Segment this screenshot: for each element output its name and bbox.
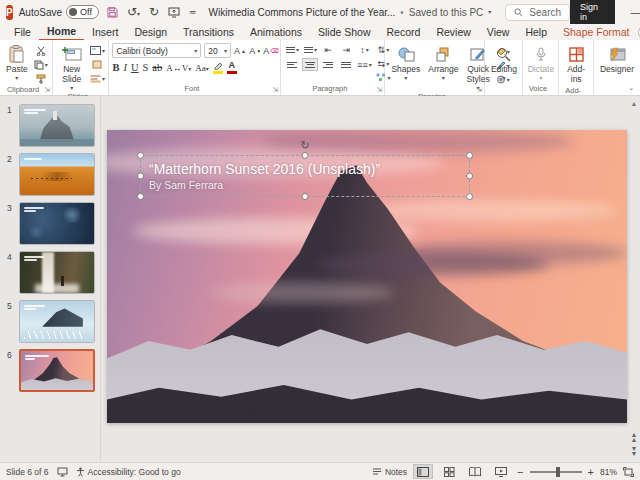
tab-file[interactable]: File	[6, 25, 39, 40]
editing-button[interactable]: Editing ▾	[488, 43, 520, 82]
underline-button[interactable]: U	[131, 62, 139, 73]
minimize-button[interactable]: —	[625, 2, 640, 22]
copy-button[interactable]: ▾	[33, 58, 49, 71]
strikethrough-button[interactable]: ab	[152, 62, 162, 73]
thumbnail-slide-2[interactable]: 2	[0, 150, 100, 199]
decrease-indent-button[interactable]: ⇤	[320, 43, 336, 56]
slide-canvas[interactable]: ↻ “Matterhorn Sunset 2016 (Unsplash)” By…	[107, 130, 627, 423]
tab-record[interactable]: Record	[379, 25, 429, 40]
slide-title-text[interactable]: “Matterhorn Sunset 2016 (Unsplash)”	[149, 161, 380, 177]
resize-handle-top-left[interactable]	[137, 152, 144, 159]
tab-help[interactable]: Help	[517, 25, 555, 40]
font-name-select[interactable]: Calibri (Body)▾	[112, 43, 201, 58]
zoom-slider[interactable]	[530, 471, 582, 473]
addins-button[interactable]: Add-ins	[562, 43, 590, 86]
previous-slide-button[interactable]: ▲▲	[631, 432, 638, 442]
font-size-select[interactable]: 20▾	[204, 43, 231, 58]
thumbnail-slide-5[interactable]: 5	[0, 297, 100, 346]
shapes-button[interactable]: Shapes ▾	[388, 43, 423, 82]
cut-button[interactable]	[33, 44, 49, 57]
italic-button[interactable]: I	[123, 62, 127, 73]
section-button[interactable]: ▾	[89, 72, 105, 85]
undo-icon[interactable]: ↺▾	[127, 6, 140, 18]
layout-button[interactable]: ▾	[89, 44, 105, 57]
text-shadow-button[interactable]: S	[143, 62, 149, 73]
slide-show-button[interactable]	[491, 464, 511, 479]
tab-shape-format[interactable]: Shape Format	[555, 25, 638, 40]
tab-transitions[interactable]: Transitions	[175, 25, 242, 40]
resize-handle-mid-right[interactable]	[466, 173, 473, 180]
resize-handle-top-right[interactable]	[466, 152, 473, 159]
present-from-beginning-icon[interactable]	[168, 7, 180, 18]
font-dialog-launcher[interactable]: ⇲	[273, 86, 279, 93]
notes-button[interactable]: Notes	[372, 467, 407, 477]
dictate-button[interactable]: Dictate ▾	[525, 43, 557, 82]
increase-indent-button[interactable]: ⇥	[338, 43, 354, 56]
document-title[interactable]: Wikimedia Commons Picture of the Year...	[209, 7, 396, 18]
thumbnail-slide-4[interactable]: 4	[0, 248, 100, 297]
clear-formatting-button[interactable]: A⌫	[264, 44, 277, 57]
clipboard-dialog-launcher[interactable]: ⇲	[44, 86, 50, 93]
display-settings-icon[interactable]	[57, 467, 68, 477]
thumbnail-image-lighthouse[interactable]	[19, 104, 95, 147]
character-spacing-button[interactable]: A↔V▾	[166, 63, 191, 73]
autosave-toggle[interactable]: Off	[66, 5, 99, 19]
zoom-in-button[interactable]: +	[588, 466, 594, 478]
tab-review[interactable]: Review	[428, 25, 478, 40]
paragraph-dialog-launcher[interactable]: ⇲	[377, 86, 383, 93]
thumbnail-slide-1[interactable]: 1	[0, 101, 100, 150]
saved-status[interactable]: Saved to this PC	[409, 7, 483, 18]
align-left-button[interactable]	[284, 58, 300, 71]
highlight-color-button[interactable]	[213, 62, 223, 74]
slide-sorter-view-button[interactable]	[439, 464, 459, 479]
numbering-button[interactable]: ▾	[302, 43, 318, 56]
rotate-handle-icon[interactable]: ↻	[300, 140, 309, 151]
zoom-percent[interactable]: 81%	[600, 467, 617, 477]
thumbnail-image-blue-ice[interactable]	[19, 202, 95, 245]
save-icon[interactable]	[107, 7, 118, 18]
next-slide-button[interactable]: ▼▼	[631, 446, 638, 456]
resize-handle-mid-left[interactable]	[137, 173, 144, 180]
thumbnail-image-frozen-lake[interactable]	[19, 300, 95, 343]
increase-font-size-button[interactable]: A▲	[234, 44, 246, 57]
bullets-button[interactable]: ▾	[284, 43, 300, 56]
sign-in-button[interactable]: Sign in	[570, 0, 615, 25]
thumbnail-image-desert[interactable]	[19, 153, 95, 196]
tab-view[interactable]: View	[479, 25, 518, 40]
redo-icon[interactable]: ↻	[149, 6, 159, 18]
columns-button[interactable]: ≡≡▾	[356, 58, 372, 71]
justify-button[interactable]	[338, 58, 354, 71]
customize-qat-icon[interactable]: ≂	[189, 6, 197, 18]
paste-button[interactable]: Paste ▾	[3, 43, 31, 82]
resize-handle-bottom-right[interactable]	[466, 193, 473, 200]
resize-handle-bottom-center[interactable]	[302, 193, 309, 200]
arrange-button[interactable]: Arrange ▾	[425, 43, 461, 82]
slide-byline-text[interactable]: By Sam Ferrara	[149, 179, 223, 191]
tab-slide-show[interactable]: Slide Show	[310, 25, 379, 40]
vertical-scrollbar[interactable]: ▲ ▲▲ ▼▼	[628, 96, 640, 462]
slide-indicator[interactable]: Slide 6 of 6	[6, 467, 49, 477]
change-case-button[interactable]: Aa▾	[195, 63, 209, 73]
slide-text-box[interactable]: ↻ “Matterhorn Sunset 2016 (Unsplash)” By…	[140, 155, 470, 197]
designer-button[interactable]: Designer	[597, 43, 637, 76]
tab-animations[interactable]: Animations	[242, 25, 310, 40]
thumbnail-slide-3[interactable]: 3	[0, 199, 100, 248]
thumbnail-image-matterhorn[interactable]	[19, 349, 95, 392]
collapse-ribbon-icon[interactable]: ⌄	[628, 84, 634, 92]
tab-home[interactable]: Home	[39, 24, 84, 41]
resize-handle-top-center[interactable]	[302, 152, 309, 159]
font-color-button[interactable]: A	[227, 61, 237, 74]
align-right-button[interactable]	[320, 58, 336, 71]
drawing-dialog-launcher[interactable]: ⇲	[477, 86, 483, 93]
zoom-slider-thumb[interactable]	[556, 467, 560, 477]
decrease-font-size-button[interactable]: A▼	[249, 44, 261, 57]
scroll-up-icon[interactable]: ▲	[631, 100, 638, 107]
thumbnail-slide-6-selected[interactable]: 6	[0, 346, 100, 395]
bold-button[interactable]: B	[112, 62, 119, 73]
search-input[interactable]: Search	[505, 4, 570, 21]
normal-view-button[interactable]	[413, 464, 433, 479]
accessibility-checker[interactable]: Accessibility: Good to go	[76, 467, 181, 477]
zoom-out-button[interactable]: −	[517, 466, 523, 478]
tab-design[interactable]: Design	[126, 25, 175, 40]
thumbnail-image-waterfall[interactable]	[19, 251, 95, 294]
